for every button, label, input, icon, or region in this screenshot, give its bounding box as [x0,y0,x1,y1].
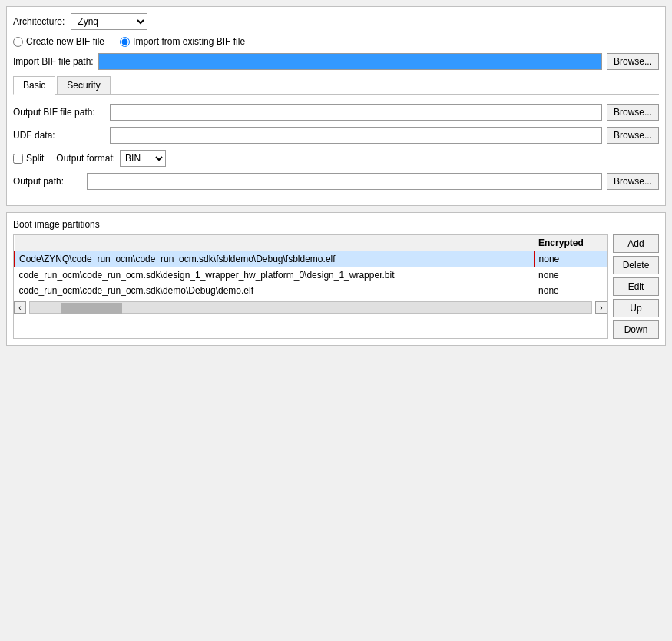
output-bif-path-row: Output BIF file path: edded_Code\ZYNQ\co… [13,104,659,121]
architecture-label: Architecture: [13,16,65,27]
partitions-table: Encrypted Code\ZYNQ\code_run_ocm\code_ru… [14,235,607,298]
bottom-panel: Boot image partitions Encrypted Code\ZYN… [6,212,666,346]
architecture-select[interactable]: Zynq ZynqMP Versal [71,13,147,30]
tab-content-basic: Output BIF file path: edded_Code\ZYNQ\co… [13,101,659,199]
partition-encrypted-cell: none [534,251,607,267]
partitions-table-wrapper: Encrypted Code\ZYNQ\code_run_ocm\code_ru… [13,234,608,339]
partition-path-cell: code_run_ocm\code_run_ocm.sdk\demo\Debug… [15,283,535,298]
col-header-path [15,235,535,251]
scrollbar-thumb[interactable] [61,303,122,314]
import-existing-radio-text: Import from existing BIF file [133,36,245,47]
delete-button[interactable]: Delete [613,256,659,274]
import-existing-radio-label[interactable]: Import from existing BIF file [120,36,245,47]
output-format-select[interactable]: BIN MCS HEX [120,150,166,167]
radio-row: Create new BIF file Import from existing… [13,36,659,47]
horizontal-scrollbar-area: ‹ › [14,301,607,314]
split-label-text: Split [26,153,44,164]
table-row[interactable]: Code\ZYNQ\code_run_ocm\code_run_ocm.sdk\… [15,251,607,267]
udf-data-input[interactable] [110,127,602,144]
partitions-area: Encrypted Code\ZYNQ\code_run_ocm\code_ru… [13,234,659,339]
partition-path-cell: Code\ZYNQ\code_run_ocm\code_run_ocm.sdk\… [15,251,535,267]
import-bif-label: Import BIF file path: [13,56,94,67]
create-new-radio-text: Create new BIF file [26,36,104,47]
split-checkbox[interactable] [13,154,23,164]
scroll-left-button[interactable]: ‹ [14,301,26,314]
udf-data-label: UDF data: [13,130,105,141]
partition-path-cell: code_run_ocm\code_run_ocm.sdk\design_1_w… [15,267,535,284]
architecture-row: Architecture: Zynq ZynqMP Versal [13,13,659,30]
create-new-radio-label[interactable]: Create new BIF file [13,36,104,47]
import-bif-browse-button[interactable]: Browse... [607,53,659,70]
import-bif-row: Import BIF file path: \bedded_Code\ZYNQ\… [13,53,659,70]
edit-button[interactable]: Edit [613,277,659,296]
import-bif-input[interactable]: \bedded_Code\ZYNQ\code_run_ocm\code_run_… [98,53,602,70]
tab-basic[interactable]: Basic [13,76,55,95]
udf-data-row: UDF data: Browse... [13,127,659,144]
main-container: Architecture: Zynq ZynqMP Versal Create … [0,0,672,352]
action-buttons: Add Delete Edit Up Down [613,234,659,339]
tabs: Basic Security [13,76,659,95]
udf-data-browse-button[interactable]: Browse... [607,127,659,144]
import-existing-radio[interactable] [120,37,130,47]
boot-partitions-title: Boot image partitions [13,219,659,230]
up-button[interactable]: Up [613,299,659,317]
output-format-container: Output format: BIN MCS HEX [56,150,166,167]
split-output-format-row: Split Output format: BIN MCS HEX [13,150,659,167]
col-header-encrypted: Encrypted [534,235,607,251]
table-row[interactable]: code_run_ocm\code_run_ocm.sdk\design_1_w… [15,267,607,284]
tab-security[interactable]: Security [57,76,110,94]
output-bif-path-input[interactable]: edded_Code\ZYNQ\code_run_ocm\code_run_oc… [110,104,602,121]
output-path-input[interactable]: :dded_Code\ZYNQ\code_run_ocm\code_run_oc… [87,173,602,190]
output-path-label: Output path: [13,176,82,187]
down-button[interactable]: Down [613,320,659,339]
partition-encrypted-cell: none [534,267,607,284]
scroll-right-button[interactable]: › [595,301,607,314]
partition-tbody: Code\ZYNQ\code_run_ocm\code_run_ocm.sdk\… [15,251,607,299]
split-checkbox-label[interactable]: Split [13,153,44,164]
output-path-row: Output path: :dded_Code\ZYNQ\code_run_oc… [13,173,659,190]
table-row[interactable]: code_run_ocm\code_run_ocm.sdk\demo\Debug… [15,283,607,298]
add-button[interactable]: Add [613,234,659,253]
partition-encrypted-cell: none [534,283,607,298]
horizontal-scrollbar[interactable] [29,301,592,314]
top-panel: Architecture: Zynq ZynqMP Versal Create … [6,6,666,206]
create-new-radio[interactable] [13,37,23,47]
output-format-label: Output format: [56,153,115,164]
output-bif-path-label: Output BIF file path: [13,107,105,118]
output-path-browse-button[interactable]: Browse... [607,173,659,190]
output-bif-path-browse-button[interactable]: Browse... [607,104,659,121]
table-header-row: Encrypted [15,235,607,251]
